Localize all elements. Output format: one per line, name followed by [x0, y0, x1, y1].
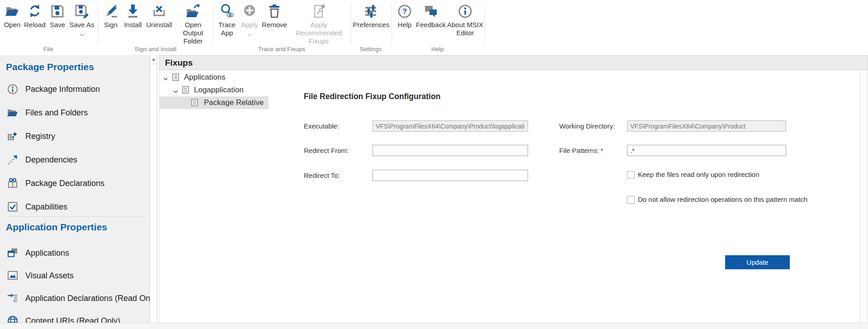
open-output-folder-icon — [185, 2, 201, 21]
scroll-up-button[interactable] — [150, 55, 157, 64]
trace-app-icon — [219, 2, 235, 21]
fixup-configuration-title: File Redirection Fixup Configuration — [304, 92, 440, 101]
ribbon-group-sign-and-install: Sign and Install — [135, 46, 176, 52]
redirect-to-label: Redirect To: — [304, 172, 340, 179]
save-as-label: Save As — [69, 21, 94, 29]
document-icon — [172, 73, 179, 83]
help-icon: ? — [396, 2, 413, 21]
sidebar-scrollbar[interactable] — [150, 55, 157, 323]
remove-label: Remove — [262, 21, 287, 29]
open-icon — [4, 2, 20, 21]
files-and-folders-icon — [7, 107, 19, 119]
help-button[interactable]: ? Help — [394, 2, 415, 29]
capabilities-icon — [7, 201, 19, 213]
redirect-from-label: Redirect From: — [304, 147, 349, 154]
update-button[interactable]: Update — [725, 255, 790, 269]
ribbon-separator — [351, 4, 351, 45]
sidebar-item-capabilities[interactable]: Capabilities — [0, 200, 150, 214]
ribbon-separator — [392, 4, 392, 45]
open-output-folder-label: Open Output Folder — [175, 21, 212, 45]
trace-app-button[interactable]: Trace App — [216, 2, 238, 37]
package-information-icon — [7, 83, 19, 95]
horizontal-scrollbar[interactable] — [0, 323, 868, 329]
uninstall-button[interactable]: Uninstall — [145, 2, 174, 29]
document-icon — [182, 86, 189, 95]
ribbon-separator — [98, 4, 98, 45]
sidebar-item-applications[interactable]: Applications — [0, 246, 150, 260]
sidebar-item-package-declarations[interactable]: Package Declarations — [0, 176, 150, 190]
visual-assets-icon — [7, 270, 19, 281]
chevron-down-icon[interactable] — [80, 30, 84, 33]
fixup-configuration-pane: File Redirection Fixup Configuration Exe… — [269, 70, 860, 323]
triangle-up-icon — [152, 58, 156, 61]
apply-label: Apply — [241, 21, 258, 29]
sidebar-item-package-information[interactable]: Package Information — [0, 82, 150, 96]
required-asterisk: * — [600, 147, 603, 154]
preferences-icon — [363, 2, 379, 21]
save-icon — [49, 2, 66, 21]
document-icon — [191, 99, 198, 108]
preferences-button[interactable]: Preferences — [353, 2, 390, 29]
ribbon-toolbar: Open Reload Save Save As Sign Install — [0, 0, 868, 56]
keep-read-only-checkbox[interactable]: Keep the files read only upon redirectio… — [627, 171, 760, 179]
chevron-down-icon[interactable] — [163, 75, 168, 83]
executable-label: Executable: — [304, 122, 339, 130]
fixups-tree: Applications Logapplication Package Rela… — [160, 70, 269, 323]
package-properties-heading: Package Properties — [6, 62, 94, 72]
apply-recommended-fixups-label: Apply Recommended Fixups — [288, 21, 350, 45]
open-button[interactable]: Open — [2, 2, 23, 29]
ribbon-group-trace-and-fixups: Trace and Fixups — [258, 46, 305, 52]
file-patterns-field[interactable] — [627, 145, 786, 156]
vertical-scrollbar[interactable] — [860, 70, 868, 323]
remove-button[interactable]: Remove — [261, 2, 288, 29]
navigation-sidebar: Package Properties Package Information F… — [0, 55, 150, 323]
chevron-down-icon[interactable] — [173, 88, 178, 96]
feedback-button[interactable]: Feedback — [415, 2, 447, 29]
fixups-panel-body: Applications Logapplication Package Rela… — [159, 70, 868, 323]
sign-button[interactable]: Sign — [100, 2, 121, 29]
save-label: Save — [50, 21, 65, 29]
apply-recommended-fixups-button: Apply Recommended Fixups — [288, 2, 350, 45]
application-properties-heading: Application Properties — [6, 222, 107, 233]
ribbon-group-file: File — [43, 46, 53, 52]
save-as-icon — [74, 2, 90, 21]
sidebar-item-registry[interactable]: Registry — [0, 129, 150, 143]
executable-field — [373, 120, 528, 132]
checkbox-icon[interactable] — [627, 171, 635, 179]
package-declarations-icon — [7, 177, 19, 189]
ribbon-separator — [485, 4, 485, 45]
reload-button[interactable]: Reload — [24, 2, 46, 29]
preferences-label: Preferences — [353, 21, 390, 29]
about-icon — [457, 2, 473, 21]
tree-node-logapplication[interactable]: Logapplication — [160, 84, 269, 96]
redirect-to-field[interactable] — [373, 170, 528, 181]
sidebar-divider — [5, 216, 145, 217]
trace-app-label: Trace App — [216, 21, 238, 37]
remove-icon — [266, 2, 283, 21]
apply-icon — [241, 2, 258, 21]
tree-node-package-relative[interactable]: Package Relative — [160, 96, 269, 109]
feedback-icon — [423, 2, 439, 21]
sidebar-item-content-uris[interactable]: Content URIs (Read Only) — [0, 314, 150, 323]
install-label: Install — [124, 21, 142, 29]
tree-node-applications[interactable]: Applications — [160, 71, 269, 84]
sidebar-item-dependencies[interactable]: Dependencies — [0, 153, 150, 167]
sidebar-item-files-and-folders[interactable]: Files and Folders — [0, 106, 150, 119]
open-output-folder-button[interactable]: Open Output Folder — [175, 2, 212, 45]
sidebar-item-application-declarations[interactable]: Application Declarations (Read Only) — [0, 291, 150, 305]
redirect-from-field[interactable] — [373, 145, 528, 156]
checkbox-icon[interactable] — [627, 196, 635, 204]
no-redirection-on-match-checkbox[interactable]: Do not allow redirection operations on t… — [627, 195, 807, 204]
sidebar-item-visual-assets[interactable]: Visual Assets — [0, 269, 150, 282]
chevron-down-icon — [247, 30, 252, 33]
working-directory-label: Working Directory: — [559, 122, 615, 130]
sign-label: Sign — [104, 21, 118, 29]
svg-text:?: ? — [402, 7, 407, 16]
save-button[interactable]: Save — [47, 2, 68, 29]
save-as-button[interactable]: Save As — [69, 2, 95, 33]
ribbon-separator — [213, 4, 213, 45]
fixups-panel-header: Fixups — [159, 55, 868, 70]
install-icon — [125, 2, 141, 21]
about-msix-editor-button[interactable]: About MSIX Editor — [447, 2, 484, 37]
install-button[interactable]: Install — [121, 2, 145, 29]
